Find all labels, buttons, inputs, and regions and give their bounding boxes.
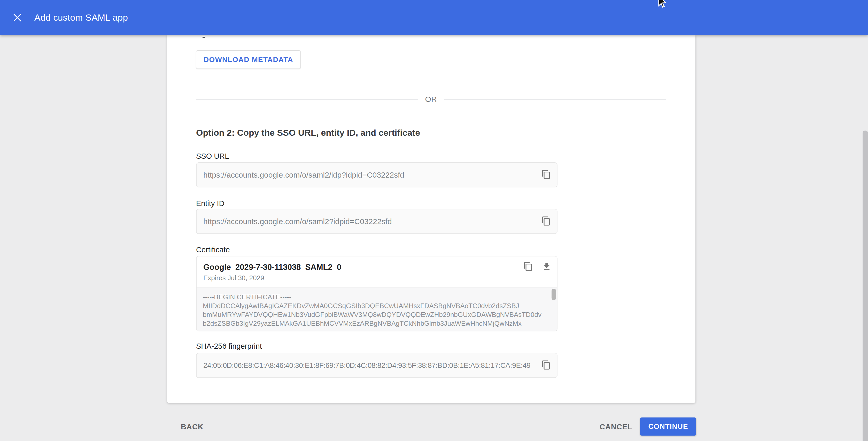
- certificate-expiry: Expires Jul 30, 2029: [203, 274, 264, 282]
- sso-url-copy-button[interactable]: [541, 169, 551, 181]
- page-scrollbar-thumb[interactable]: [863, 130, 868, 441]
- divider-line: [444, 99, 666, 99]
- footer-actions: BACK CANCEL CONTINUE: [167, 403, 695, 441]
- certificate-pem-line: b2dsZSBGb3IgV29yazELMAkGA1UEBhMCVVMxEzAR…: [203, 319, 551, 328]
- or-divider: OR: [196, 94, 666, 105]
- dialog-title: Add custom SAML app: [34, 12, 128, 23]
- screen: DOWNLOAD METADATA OR Option 2: Copy the …: [0, 0, 868, 441]
- sha256-label: SHA-256 fingerprint: [196, 342, 262, 351]
- copy-icon: [523, 262, 533, 272]
- download-icon: [542, 262, 552, 272]
- sha256-value: 24:05:0D:06:E8:C1:A8:46:40:30:E1:8F:69:7…: [203, 361, 541, 370]
- certificate-scrollbar-thumb[interactable]: [552, 289, 556, 300]
- sha256-copy-button[interactable]: [541, 360, 551, 371]
- certificate-pem-line: MIIDdDCCAlygAwIBAgIGAZEKDvZwMA0GCSqGSIb3…: [203, 301, 551, 310]
- clipped-scrolled-text-fragment: [203, 37, 206, 38]
- certificate-copy-button[interactable]: [523, 261, 533, 272]
- copy-icon: [541, 216, 551, 227]
- entity-id-label: Entity ID: [196, 199, 224, 208]
- certificate-pem-line: -----BEGIN CERTIFICATE-----: [203, 293, 551, 301]
- sso-url-field: https://accounts.google.com/o/saml2/idp?…: [196, 162, 557, 187]
- close-button[interactable]: [12, 12, 23, 23]
- appbar: Add custom SAML app: [0, 0, 868, 35]
- certificate-card-header: Google_2029-7-30-113038_SAML2_0 Expires …: [196, 257, 557, 287]
- sso-url-label: SSO URL: [196, 152, 229, 160]
- entity-id-copy-button[interactable]: [541, 216, 551, 227]
- sha256-field: 24:05:0D:06:E8:C1:A8:46:40:30:E1:8F:69:7…: [196, 353, 557, 378]
- entity-id-value: https://accounts.google.com/o/saml2?idpi…: [203, 217, 541, 226]
- copy-icon: [541, 170, 551, 180]
- sso-url-value: https://accounts.google.com/o/saml2/idp?…: [203, 171, 541, 179]
- back-button[interactable]: BACK: [181, 423, 204, 431]
- continue-button[interactable]: CONTINUE: [640, 417, 696, 436]
- entity-id-field: https://accounts.google.com/o/saml2?idpi…: [196, 209, 557, 234]
- certificate-name: Google_2029-7-30-113038_SAML2_0: [203, 263, 341, 272]
- certificate-pem-line: bmMuMRYwFAYDVQQHEw1Nb3VudGFpbiBWaWV3MQ8w…: [203, 310, 551, 319]
- option2-heading: Option 2: Copy the SSO URL, entity ID, a…: [196, 128, 420, 138]
- divider-line: [196, 99, 418, 99]
- close-icon: [12, 20, 22, 23]
- dialog-card: DOWNLOAD METADATA OR Option 2: Copy the …: [167, 35, 695, 403]
- certificate-card: Google_2029-7-30-113038_SAML2_0 Expires …: [196, 256, 557, 331]
- download-metadata-button[interactable]: DOWNLOAD METADATA: [196, 51, 301, 69]
- certificate-download-button[interactable]: [541, 261, 552, 272]
- or-divider-label: OR: [425, 95, 437, 104]
- certificate-label: Certificate: [196, 245, 230, 254]
- certificate-pem-scroll-area[interactable]: -----BEGIN CERTIFICATE----- MIIDdDCCAlyg…: [196, 287, 557, 331]
- copy-icon: [541, 360, 551, 371]
- cancel-button[interactable]: CANCEL: [599, 423, 632, 431]
